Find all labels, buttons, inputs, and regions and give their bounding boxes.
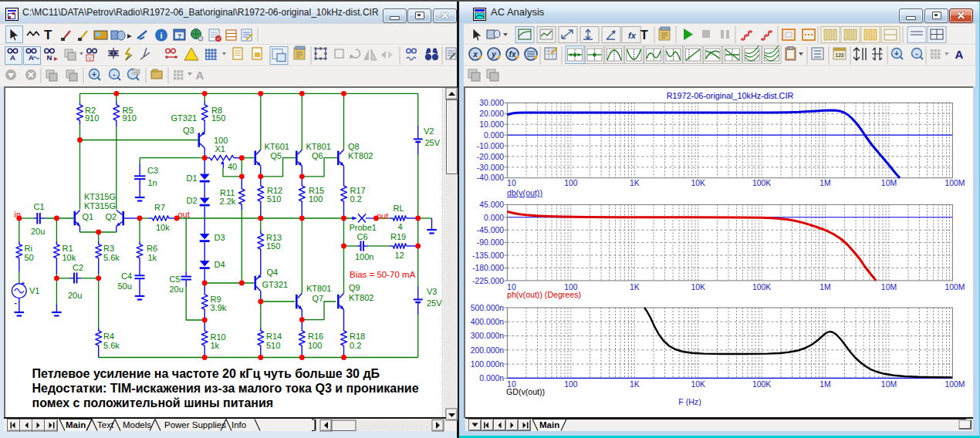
- svg-text:0.2: 0.2: [350, 341, 361, 350]
- svg-text:R7: R7: [154, 203, 165, 212]
- svg-text:Q1: Q1: [83, 212, 94, 221]
- svg-text:R6: R6: [147, 244, 157, 253]
- svg-text:100: 100: [133, 70, 140, 74]
- svg-text:100: 100: [564, 179, 578, 187]
- svg-text:10M: 10M: [881, 179, 897, 187]
- svg-text:100.000n: 100.000n: [471, 360, 505, 369]
- svg-text:R14: R14: [266, 332, 282, 341]
- svg-text:Q6: Q6: [312, 151, 323, 160]
- svg-text:20u: 20u: [170, 285, 184, 294]
- svg-text:4: 4: [398, 222, 403, 231]
- svg-text:100: 100: [309, 194, 323, 204]
- svg-text:Петлевое усиление на частоте 2: Петлевое усиление на частоте 20 кГц чуть…: [32, 367, 380, 380]
- svg-text:R17: R17: [350, 186, 366, 195]
- svg-text:0.000: 0.000: [484, 214, 504, 222]
- svg-text:20u: 20u: [68, 291, 82, 300]
- svg-text:25V: 25V: [425, 138, 441, 147]
- svg-text:C6: C6: [357, 232, 368, 241]
- svg-text:D2: D2: [187, 196, 198, 205]
- svg-text:1M: 1M: [819, 283, 830, 291]
- svg-text:+: +: [894, 49, 899, 58]
- svg-text:12: 12: [395, 251, 404, 260]
- svg-text:510: 510: [267, 194, 281, 204]
- svg-text:1K: 1K: [630, 380, 640, 389]
- svg-text:y: y: [491, 50, 496, 59]
- svg-text:Q8: Q8: [348, 142, 360, 151]
- svg-text:Main: Main: [66, 420, 86, 430]
- svg-text:D4: D4: [215, 260, 225, 269]
- svg-text:1K: 1K: [630, 283, 640, 291]
- svg-text:100: 100: [308, 341, 322, 350]
- svg-text:150: 150: [211, 113, 225, 123]
- svg-text:R16: R16: [308, 332, 323, 341]
- svg-text:+: +: [92, 70, 96, 79]
- svg-text:ph(v(out)) (Degrees): ph(v(out)) (Degrees): [507, 290, 581, 299]
- svg-text:R18: R18: [350, 332, 365, 341]
- svg-text:10M: 10M: [881, 283, 897, 291]
- svg-text:2.2k: 2.2k: [220, 197, 236, 206]
- svg-text:Info: Info: [231, 420, 246, 430]
- svg-text:помех с положительной шины пит: помех с положительной шины питания: [32, 396, 274, 409]
- svg-text:1k: 1k: [211, 341, 220, 350]
- svg-text:10.000: 10.000: [479, 120, 504, 129]
- svg-text:25V: 25V: [427, 298, 442, 308]
- svg-text:T: T: [44, 28, 52, 42]
- svg-text:-40.000: -40.000: [477, 174, 504, 182]
- svg-text:fx: fx: [509, 50, 516, 59]
- svg-text:Ri: Ri: [25, 244, 32, 253]
- svg-text:KT802: KT802: [349, 293, 373, 302]
- svg-text:10K: 10K: [691, 179, 705, 187]
- svg-text:100: 100: [564, 380, 578, 389]
- svg-text:N: N: [47, 53, 52, 62]
- svg-text:-225.000: -225.000: [472, 277, 504, 285]
- svg-text:A: A: [196, 69, 204, 82]
- svg-text:Models: Models: [123, 420, 151, 430]
- svg-text:100K: 100K: [752, 283, 771, 291]
- svg-text:10K: 10K: [691, 283, 705, 291]
- svg-text:F (Hz): F (Hz): [678, 397, 701, 406]
- svg-text:1M: 1M: [819, 380, 830, 389]
- svg-text:RL: RL: [394, 204, 404, 213]
- svg-text:R19: R19: [390, 232, 406, 241]
- svg-text:-45.000: -45.000: [477, 226, 504, 234]
- svg-text:?: ?: [177, 32, 182, 40]
- svg-text:R15: R15: [309, 186, 324, 195]
- svg-text:Недостатки: TIM-искажения из-з: Недостатки: TIM-искажения из-за малого т…: [32, 382, 419, 395]
- svg-text:-180.000: -180.000: [472, 264, 504, 272]
- svg-text:0.2: 0.2: [350, 194, 362, 204]
- svg-text:Q4: Q4: [267, 268, 279, 277]
- svg-text:Q2: Q2: [106, 212, 117, 221]
- svg-text:100K: 100K: [752, 179, 771, 187]
- svg-text:out: out: [178, 210, 190, 219]
- svg-text:100M: 100M: [945, 179, 965, 187]
- svg-text:+: +: [22, 280, 25, 287]
- svg-text:300.000n: 300.000n: [471, 332, 505, 340]
- svg-text:10k: 10k: [63, 253, 76, 262]
- svg-text:10: 10: [507, 179, 516, 187]
- svg-text:5.6k: 5.6k: [103, 341, 120, 350]
- svg-text:KT315G: KT315G: [84, 201, 116, 211]
- svg-text:-90.000: -90.000: [477, 238, 504, 247]
- svg-text:40: 40: [228, 162, 237, 171]
- svg-text:30.000: 30.000: [479, 99, 504, 107]
- svg-text:db(v(out)): db(v(out)): [507, 188, 542, 197]
- svg-text:i: i: [160, 31, 162, 40]
- svg-text:100K: 100K: [752, 380, 771, 389]
- svg-text:50: 50: [25, 253, 34, 262]
- svg-text:910: 910: [85, 113, 99, 123]
- svg-text:510: 510: [266, 341, 280, 350]
- svg-text:x: x: [472, 50, 478, 59]
- svg-text:T: T: [640, 29, 648, 42]
- svg-text:R3: R3: [103, 244, 114, 253]
- svg-text:123: 123: [836, 52, 844, 58]
- svg-text:in: in: [15, 210, 22, 219]
- svg-text:Text: Text: [97, 420, 114, 430]
- svg-text:1n: 1n: [148, 178, 157, 187]
- svg-text:V3: V3: [427, 287, 437, 296]
- svg-text:A: A: [29, 53, 34, 62]
- svg-text:R1972-06-original_10kHz-dist.C: R1972-06-original_10kHz-dist.CIR: [667, 91, 794, 100]
- svg-text:R4: R4: [103, 332, 114, 341]
- svg-text:KT601: KT601: [265, 142, 289, 151]
- svg-text:3.9k: 3.9k: [211, 303, 227, 312]
- svg-text:-20.000: -20.000: [477, 153, 504, 161]
